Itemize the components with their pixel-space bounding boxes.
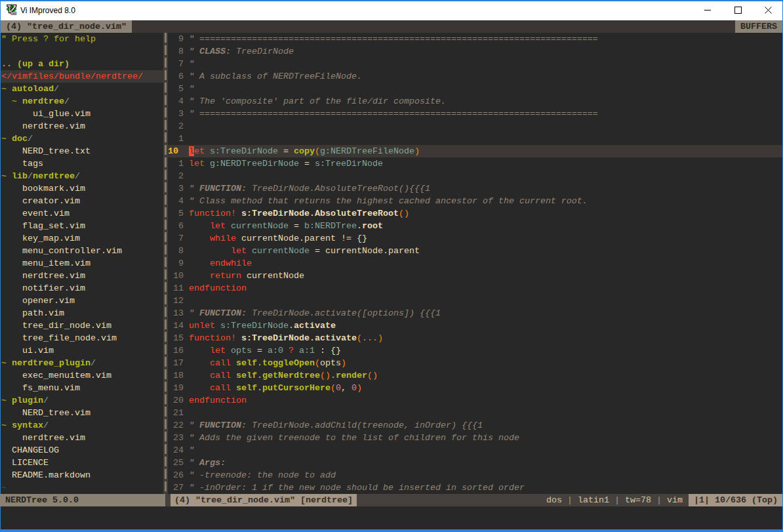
svg-text:im: im: [10, 10, 16, 15]
